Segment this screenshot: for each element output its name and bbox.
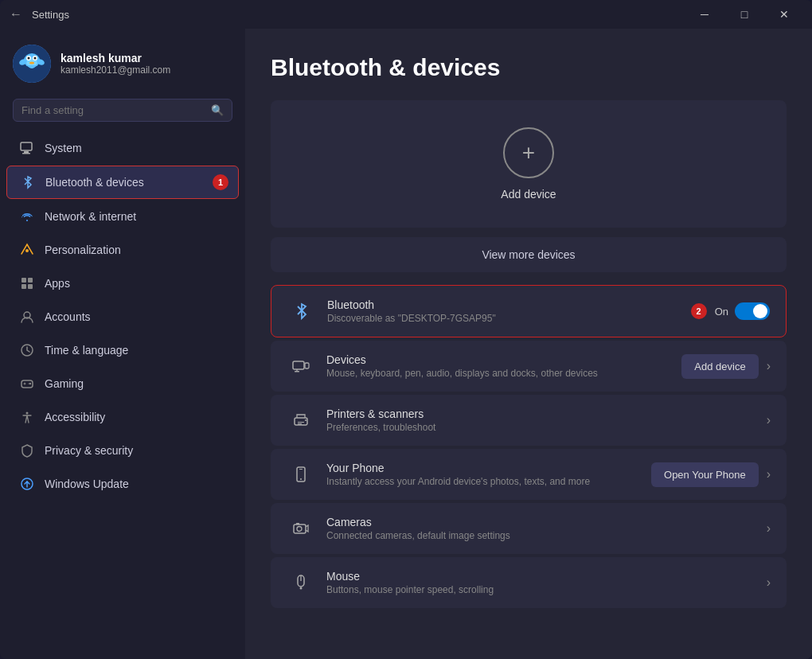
page-title: Bluetooth & devices xyxy=(271,54,787,81)
bluetooth-row-icon xyxy=(287,297,316,326)
printers-text: Printers & scanners Preferences, trouble… xyxy=(326,407,767,433)
bluetooth-badge: 1 xyxy=(213,174,228,190)
devices-subtitle: Mouse, keyboard, pen, audio, displays an… xyxy=(326,368,681,379)
personalization-icon xyxy=(19,242,35,258)
sidebar-item-bluetooth[interactable]: Bluetooth & devices 1 xyxy=(6,166,239,199)
sidebar-item-accounts[interactable]: Accounts xyxy=(6,301,239,333)
maximize-button[interactable]: □ xyxy=(726,2,763,27)
titlebar: ← Settings ─ □ ✕ xyxy=(0,0,812,29)
devices-chevron-icon: › xyxy=(767,359,771,373)
user-email: kamlesh2011@gmail.com xyxy=(61,64,170,76)
gaming-icon xyxy=(19,376,35,392)
bluetooth-nav-icon xyxy=(20,174,36,190)
titlebar-left: ← Settings xyxy=(10,7,69,21)
devices-text: Devices Mouse, keyboard, pen, audio, dis… xyxy=(326,353,681,379)
cameras-subtitle: Connected cameras, default image setting… xyxy=(326,530,767,541)
mouse-row[interactable]: Mouse Buttons, mouse pointer speed, scro… xyxy=(271,557,787,608)
sidebar-item-time-label: Time & language xyxy=(45,344,128,357)
sidebar-item-network[interactable]: Network & internet xyxy=(6,201,239,232)
sidebar-item-accessibility[interactable]: Accessibility xyxy=(6,401,239,433)
add-device-circle[interactable]: + xyxy=(503,127,554,178)
bluetooth-toggle[interactable] xyxy=(735,302,770,320)
printers-row[interactable]: Printers & scanners Preferences, trouble… xyxy=(271,395,787,446)
svg-rect-17 xyxy=(28,284,33,289)
svg-rect-27 xyxy=(298,422,304,423)
cameras-row[interactable]: Cameras Connected cameras, default image… xyxy=(271,503,787,554)
svg-point-34 xyxy=(297,527,302,532)
sidebar-item-accounts-label: Accounts xyxy=(45,310,91,323)
add-device-card: + Add device xyxy=(271,100,787,228)
devices-row[interactable]: Devices Mouse, keyboard, pen, audio, dis… xyxy=(271,341,787,392)
sidebar-item-time-language[interactable]: Time & language xyxy=(6,334,239,366)
search-box[interactable]: 🔍 xyxy=(13,99,232,122)
time-language-icon xyxy=(19,342,35,358)
sidebar-item-network-label: Network & internet xyxy=(45,210,136,223)
svg-rect-10 xyxy=(21,142,32,150)
toggle-thumb xyxy=(753,304,767,318)
back-button[interactable]: ← xyxy=(10,7,22,21)
devices-row-icon xyxy=(287,352,315,380)
bluetooth-badge-2: 2 xyxy=(691,303,707,319)
minimize-button[interactable]: ─ xyxy=(686,2,723,27)
cameras-row-icon xyxy=(287,514,315,543)
devices-title: Devices xyxy=(326,353,681,366)
sidebar-item-apps-label: Apps xyxy=(45,277,70,290)
svg-point-13 xyxy=(25,249,29,252)
your-phone-section: Your Phone Instantly access your Android… xyxy=(271,449,787,500)
network-icon xyxy=(19,209,35,224)
printers-subtitle: Preferences, troubleshoot xyxy=(326,422,767,433)
bluetooth-toggle-label: On xyxy=(715,306,728,318)
sidebar-item-windows-update[interactable]: Windows Update xyxy=(6,468,239,500)
close-button[interactable]: ✕ xyxy=(766,2,802,27)
sidebar: kamlesh kumar kamlesh2011@gmail.com 🔍 Sy… xyxy=(0,29,245,659)
sidebar-item-system[interactable]: System xyxy=(6,132,239,164)
svg-point-31 xyxy=(300,478,302,480)
bluetooth-text: Bluetooth Discoverable as "DESKTOP-7GSAP… xyxy=(327,298,691,324)
bluetooth-row[interactable]: Bluetooth Discoverable as "DESKTOP-7GSAP… xyxy=(271,286,786,337)
accessibility-icon xyxy=(19,409,35,425)
your-phone-title: Your Phone xyxy=(326,462,651,474)
devices-section: Devices Mouse, keyboard, pen, audio, dis… xyxy=(271,341,787,392)
apps-icon xyxy=(19,275,35,291)
svg-rect-23 xyxy=(293,361,304,369)
printers-title: Printers & scanners xyxy=(326,407,767,420)
svg-rect-33 xyxy=(294,524,306,533)
content-area: Bluetooth & devices + Add device View mo… xyxy=(245,29,812,659)
sidebar-item-personalization[interactable]: Personalization xyxy=(6,234,239,266)
sidebar-item-personalization-label: Personalization xyxy=(45,244,121,256)
sidebar-item-gaming[interactable]: Gaming xyxy=(6,368,239,400)
your-phone-row[interactable]: Your Phone Instantly access your Android… xyxy=(271,449,787,500)
printers-action: › xyxy=(767,413,771,427)
svg-rect-11 xyxy=(24,151,29,153)
your-phone-action: Open Your Phone › xyxy=(651,462,771,487)
cameras-text: Cameras Connected cameras, default image… xyxy=(326,516,767,541)
your-phone-subtitle: Instantly access your Android device's p… xyxy=(326,476,651,487)
cameras-title: Cameras xyxy=(326,516,767,528)
svg-rect-25 xyxy=(295,371,299,372)
plus-icon: + xyxy=(522,142,535,164)
cameras-action: › xyxy=(767,521,771,536)
printers-row-icon xyxy=(287,406,315,435)
svg-rect-12 xyxy=(22,153,30,154)
bluetooth-title: Bluetooth xyxy=(327,298,691,311)
cameras-chevron-icon: › xyxy=(767,521,771,536)
svg-rect-24 xyxy=(305,363,309,368)
devices-action: Add device › xyxy=(681,354,771,379)
devices-add-device-button[interactable]: Add device xyxy=(681,354,758,379)
user-name: kamlesh kumar xyxy=(61,52,170,64)
system-icon xyxy=(19,140,35,156)
svg-point-37 xyxy=(300,587,303,590)
search-icon: 🔍 xyxy=(211,104,224,116)
your-phone-row-icon xyxy=(287,460,315,489)
sidebar-item-apps[interactable]: Apps xyxy=(6,267,239,299)
your-phone-text: Your Phone Instantly access your Android… xyxy=(326,462,651,487)
svg-point-5 xyxy=(28,57,30,60)
sidebar-item-privacy-label: Privacy & security xyxy=(45,444,133,457)
svg-point-21 xyxy=(26,412,29,415)
open-your-phone-button[interactable]: Open Your Phone xyxy=(651,462,759,487)
mouse-section: Mouse Buttons, mouse pointer speed, scro… xyxy=(271,557,787,608)
search-input[interactable] xyxy=(21,104,205,116)
svg-point-6 xyxy=(34,57,37,60)
sidebar-item-privacy-security[interactable]: Privacy & security xyxy=(6,435,239,466)
view-more-devices-button[interactable]: View more devices xyxy=(271,237,787,272)
